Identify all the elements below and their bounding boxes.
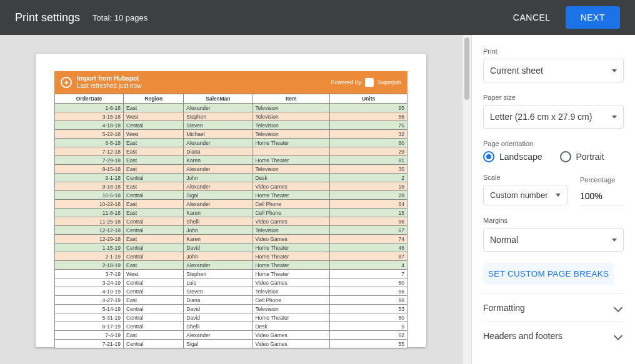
column-header: Item [252,94,330,104]
table-cell: 5-14-19 [55,305,124,313]
scale-select[interactable]: Custom number [483,185,568,205]
table-cell: 6-8-18 [55,139,124,147]
table-cell: Home Theater [252,243,330,252]
table-cell: 55 [330,340,408,348]
table-cell: Central [124,340,184,348]
table-cell: Central [124,252,184,261]
table-cell: Central [124,322,184,331]
table-cell: 53 [330,305,408,313]
table-cell: 32 [330,130,408,139]
column-header: SalesMan [184,94,252,104]
table-row: 11-8-18EastKarenCell Phone15 [55,209,408,217]
table-cell: Sigal [184,191,252,200]
table-cell: 28 [330,191,408,200]
table-cell: Alexander [184,182,252,191]
next-button[interactable]: NEXT [566,6,620,29]
table-cell: West [124,112,184,121]
cancel-button[interactable]: CANCEL [503,7,561,27]
table-cell: John [184,252,252,261]
preview-scrollbar[interactable] [462,35,471,364]
table-row: 2-1-19CentralJohnHome Theater87 [55,252,408,261]
table-cell: 5 [330,322,408,331]
table-cell: 2-1-19 [55,252,124,261]
table-cell [252,147,330,156]
table-row: 2-18-19EastAlexanderHome Theater4 [55,261,408,270]
table-cell: 95 [330,104,408,112]
margins-label: Margins [483,217,624,224]
table-cell: Home Theater [252,191,330,200]
column-header: OrderDate [55,94,124,104]
table-cell: Home Theater [252,270,330,278]
table-cell: 87 [330,252,408,261]
table-cell: Stephen [184,112,252,121]
headers-footers-section[interactable]: Headers and footers [483,322,624,350]
table-row: 9-18-18EastAlexanderVideo Games16 [55,182,408,191]
table-cell: Home Theater [252,261,330,270]
table-cell: 35 [330,165,408,174]
table-cell: 9-18-18 [55,182,124,191]
table-cell: 46 [330,243,408,252]
chevron-down-icon [614,332,622,340]
table-cell: Central [124,278,184,287]
table-row: 5-31-19CentralDavidHome Theater80 [55,313,408,322]
table-row: 7-4-19EastAlexanderVideo Games62 [55,331,408,340]
table-cell: 7-12-18 [55,147,124,156]
table-cell: Home Theater [252,252,330,261]
table-cell: 96 [330,296,408,305]
orientation-label: Page orientation [483,140,624,147]
table-cell: Video Games [252,340,330,348]
table-row: 7-29-18EastKarenHome Theater81 [55,156,408,165]
table-cell: Karen [184,235,252,243]
table-cell: Karen [184,209,252,217]
table-row: 10-5-18CentralSigalHome Theater28 [55,191,408,200]
margins-select[interactable]: Normal [483,228,624,252]
orientation-landscape-radio[interactable]: Landscape [483,151,542,162]
table-cell: 3-15-18 [55,112,124,121]
table-row: 6-8-18EastAlexanderHome Theater60 [55,139,408,147]
table-row: 5-22-18WestMichaelTelevision32 [55,130,408,139]
set-custom-page-breaks-button[interactable]: SET CUSTOM PAGE BREAKS [483,263,614,285]
table-cell: Shelli [184,217,252,226]
table-row: 7-21-19CentralSigalVideo Games55 [55,340,408,348]
orientation-portrait-radio[interactable]: Portrait [560,151,604,162]
table-cell: Luis [184,278,252,287]
paper-size-select[interactable]: Letter (21.6 cm x 27.9 cm) [483,105,624,129]
app-header: Print settings Total: 10 pages CANCEL NE… [0,0,635,35]
table-cell: 50 [330,278,408,287]
print-select[interactable]: Current sheet [483,59,624,82]
table-cell: Central [124,217,184,226]
table-cell: East [124,182,184,191]
formatting-section[interactable]: Formatting [483,293,624,322]
table-cell: 5-22-18 [55,130,124,139]
table-cell: Video Games [252,182,330,191]
table-row: 3-7-19WestStephenHome Theater7 [55,270,408,278]
table-cell: 67 [330,226,408,235]
table-cell: East [124,261,184,270]
table-cell: 81 [330,156,408,165]
table-cell: Michael [184,130,252,139]
table-cell: 3-24-19 [55,278,124,287]
table-row: 8-15-18EastAlexanderTelevision35 [55,165,408,174]
table-cell: Video Games [252,278,330,287]
table-row: 11-25-18CentralShelliVideo Games96 [55,217,408,226]
table-cell: 62 [330,331,408,340]
percentage-input[interactable] [580,187,624,205]
table-cell: 9-1-18 [55,174,124,182]
table-cell: Shelli [184,322,252,331]
column-header: Units [330,94,408,104]
table-cell: 6-17-19 [55,322,124,331]
table-cell: 15 [330,209,408,217]
table-cell: Television [252,130,330,139]
table-cell: 12-12-18 [55,226,124,235]
table-cell: 10-5-18 [55,191,124,200]
table-cell: 16 [330,182,408,191]
table-cell: 7-29-18 [55,156,124,165]
table-cell: Central [124,287,184,296]
table-cell: Television [252,287,330,296]
table-cell: Steven [184,121,252,130]
settings-sidebar: Print Current sheet Paper size Letter (2… [471,35,635,364]
scrollbar-thumb[interactable] [464,37,469,100]
table-cell: Sigal [184,340,252,348]
table-row: 7-12-18EastDiana29 [55,147,408,156]
table-row: 1-6-18EastAlexanderTelevision95 [55,104,408,112]
